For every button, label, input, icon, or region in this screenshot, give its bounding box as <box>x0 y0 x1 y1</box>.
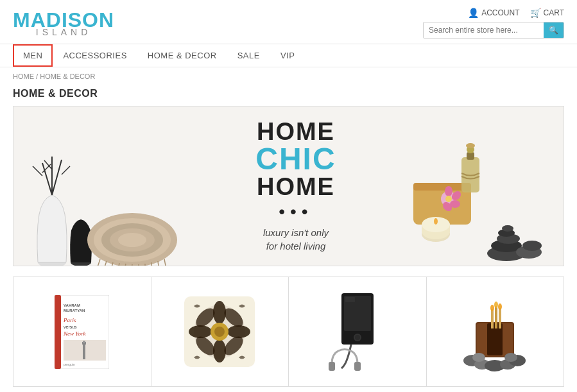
svg-point-48 <box>434 218 438 225</box>
svg-point-49 <box>466 143 475 148</box>
banner-left-svg <box>13 106 193 266</box>
svg-rect-77 <box>345 297 355 302</box>
svg-text:MURATYAN: MURATYAN <box>64 309 85 312</box>
svg-rect-80 <box>329 362 335 371</box>
banner-content: HOME CHIC HOME ••• luxury isn't only for… <box>13 107 564 266</box>
svg-point-88 <box>490 305 494 311</box>
cart-icon: 🛒 <box>530 8 541 18</box>
svg-point-68 <box>227 325 250 338</box>
nav-item-home-decor[interactable]: HOME & DECOR <box>137 44 227 67</box>
book-svg: VAHRAM MURATYAN Paris versus New York pe… <box>55 295 109 369</box>
svg-point-65 <box>213 301 226 324</box>
cart-label: CART <box>544 8 564 17</box>
svg-line-14 <box>97 259 100 266</box>
product-grid: VAHRAM MURATYAN Paris versus New York pe… <box>13 277 564 387</box>
nav-item-accessories[interactable]: ACCESSORIES <box>53 44 137 67</box>
banner-line2: CHIC <box>212 144 379 175</box>
breadcrumb: HOME / HOME & DECOR <box>0 67 577 85</box>
svg-rect-85 <box>491 309 494 328</box>
pillow-image <box>158 290 282 373</box>
svg-line-15 <box>103 261 107 266</box>
account-icon: 👤 <box>468 8 479 18</box>
svg-point-96 <box>472 353 485 362</box>
hero-banner: HOME CHIC HOME ••• luxury isn't only for… <box>13 106 564 266</box>
svg-rect-86 <box>495 306 497 328</box>
nav-item-vip[interactable]: VIP <box>270 44 305 67</box>
svg-line-23 <box>158 261 159 266</box>
banner-text-area: HOME CHIC HOME ••• luxury isn't only for… <box>200 107 392 266</box>
svg-point-89 <box>494 302 498 308</box>
svg-rect-87 <box>499 308 501 328</box>
candle-holder-svg <box>463 290 527 373</box>
page-header: MADISON ISLAND 👤 ACCOUNT 🛒 CART 🔍 <box>0 0 577 44</box>
banner-right-imagery <box>399 107 564 266</box>
header-right: 👤 ACCOUNT 🛒 CART 🔍 <box>423 8 564 38</box>
svg-point-90 <box>498 303 502 310</box>
svg-point-97 <box>504 353 517 362</box>
search-bar: 🔍 <box>423 22 564 38</box>
product-item-electronics[interactable] <box>289 277 427 386</box>
brand-logo[interactable]: MADISON ISLAND <box>13 10 114 37</box>
svg-text:New York: New York <box>63 330 86 337</box>
search-input[interactable] <box>424 22 544 38</box>
svg-line-24 <box>164 259 166 266</box>
page-title: HOME & DECOR <box>0 85 577 106</box>
svg-point-67 <box>189 325 212 338</box>
pillow-svg <box>181 293 258 370</box>
search-button[interactable]: 🔍 <box>544 22 564 38</box>
nav-item-sale[interactable]: SALE <box>227 44 270 67</box>
svg-point-13 <box>118 233 146 247</box>
svg-line-8 <box>44 160 52 169</box>
svg-point-38 <box>502 225 513 232</box>
candle-holder-image <box>433 290 558 373</box>
product-item-candle-holder[interactable] <box>427 277 564 386</box>
svg-point-74 <box>214 327 225 337</box>
svg-line-5 <box>33 166 42 176</box>
svg-rect-81 <box>354 362 361 371</box>
svg-rect-51 <box>55 295 61 369</box>
svg-line-3 <box>52 160 62 195</box>
svg-text:VAHRAM: VAHRAM <box>64 303 80 307</box>
banner-line3: HOME <box>212 175 379 199</box>
banner-dots: ••• <box>212 201 379 222</box>
breadcrumb-current: HOME & DECOR <box>40 72 95 80</box>
nav-item-men[interactable]: MEN <box>13 44 53 67</box>
breadcrumb-home[interactable]: HOME <box>13 72 34 80</box>
svg-line-7 <box>62 166 70 175</box>
svg-point-33 <box>445 196 452 202</box>
main-nav: MEN ACCESSORIES HOME & DECOR SALE VIP <box>0 44 577 67</box>
svg-text:versus: versus <box>64 325 77 329</box>
electronics-image <box>295 290 420 373</box>
banner-left-imagery <box>13 107 193 266</box>
svg-text:Paris: Paris <box>63 317 76 323</box>
header-top-links: 👤 ACCOUNT 🛒 CART <box>468 8 564 18</box>
svg-rect-58 <box>83 343 85 359</box>
product-item-book[interactable]: VAHRAM MURATYAN Paris versus New York pe… <box>13 277 151 386</box>
banner-tagline: luxury isn't only for hotel living <box>212 226 379 253</box>
svg-text:penguin: penguin <box>64 362 75 366</box>
electronics-svg <box>322 290 393 373</box>
svg-point-79 <box>355 335 360 340</box>
banner-right-svg <box>404 106 558 266</box>
book-image: VAHRAM MURATYAN Paris versus New York pe… <box>20 290 144 373</box>
account-label: ACCOUNT <box>481 8 519 17</box>
cart-link[interactable]: 🛒 CART <box>530 8 564 18</box>
svg-point-66 <box>213 339 226 362</box>
banner-line1: HOME <box>212 119 379 144</box>
account-link[interactable]: 👤 ACCOUNT <box>468 8 519 18</box>
product-item-pillow[interactable] <box>151 277 289 386</box>
svg-rect-60 <box>83 341 85 343</box>
svg-point-29 <box>445 186 452 196</box>
svg-point-40 <box>522 241 542 251</box>
